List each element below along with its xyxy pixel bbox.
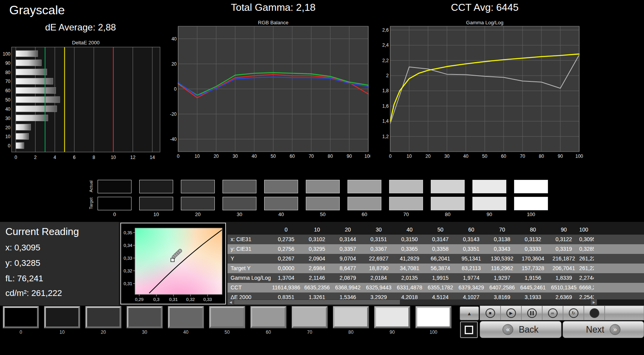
scroll-right-button[interactable]: ▶ — [591, 299, 597, 305]
next-button[interactable]: Next » — [563, 321, 644, 338]
table-cell: 2,0135 — [394, 273, 425, 283]
svg-text:1,2: 1,2 — [382, 134, 389, 139]
svg-text:1,4: 1,4 — [382, 118, 389, 124]
gray-patch-50[interactable] — [209, 306, 245, 328]
gray-patch-20[interactable] — [86, 306, 121, 328]
svg-text:40: 40 — [463, 154, 469, 159]
pause-button[interactable] — [521, 306, 542, 320]
table-cell: 157,7328 — [518, 264, 548, 273]
swatch-level-label: 100 — [514, 211, 548, 217]
table-cell: 0,3367 — [363, 244, 394, 254]
table-cell: 1,9774 — [456, 273, 487, 283]
gray-patch-80[interactable] — [333, 306, 369, 328]
actual-swatch-20 — [181, 180, 215, 193]
record-button[interactable] — [584, 306, 605, 320]
lower-panel: Current Reading x: 0,3095 y: 0,3285 fL: … — [0, 222, 644, 306]
table-row: Y0,22672,09049,070422,692741,282966,2041… — [228, 254, 644, 264]
svg-text:50: 50 — [482, 154, 487, 159]
table-cell — [594, 292, 644, 299]
svg-text:1,8: 1,8 — [382, 88, 389, 93]
table-cell: 8,6477 — [332, 264, 363, 273]
up-arrow-icon: ▲ — [467, 311, 472, 316]
swatch-level-label: 70 — [389, 211, 423, 217]
svg-text:90: 90 — [558, 154, 563, 159]
scroll-left-button[interactable]: ◀ — [228, 299, 234, 305]
svg-text:0: 0 — [389, 154, 392, 159]
gamma-log-chart: 01020304050607080901002,62,42,221,81,61,… — [379, 23, 585, 159]
refresh-button[interactable]: ↻ — [563, 306, 584, 320]
target-swatch-90 — [472, 197, 506, 210]
next-chevrons-icon: » — [610, 324, 620, 335]
table-cell: CCT — [228, 283, 271, 292]
table-row: Target Y0,00002,69848,647718,879034,7081… — [228, 264, 644, 273]
gray-patch-70[interactable] — [292, 306, 327, 328]
table-cell: 0,2756 — [271, 244, 302, 254]
svg-text:90: 90 — [347, 154, 352, 159]
table-hscrollbar[interactable]: ◀ ▶ — [228, 299, 597, 305]
table-cell: Y — [228, 254, 271, 264]
table-cell: 6331,4878 — [394, 283, 425, 292]
play-icon: ▶ — [506, 308, 516, 318]
gray-patch-10[interactable] — [44, 306, 80, 328]
gray-patch-90[interactable] — [374, 306, 410, 328]
swatch-level-label: 50 — [306, 211, 340, 217]
table-cell: 216,1872 — [548, 254, 579, 264]
svg-text:80: 80 — [328, 154, 333, 159]
reading-y: y: 0,3285 — [5, 258, 40, 268]
scroll-right-icon: ▶ — [593, 301, 595, 304]
svg-text:1,6: 1,6 — [382, 103, 389, 109]
gray-patch-30[interactable] — [127, 306, 162, 328]
target-row-label: Target — [89, 195, 93, 212]
swatch-level-label: 40 — [264, 211, 298, 217]
gray-patch-60[interactable] — [251, 306, 286, 328]
svg-text:60: 60 — [501, 154, 506, 159]
stop-button[interactable]: ■ — [480, 306, 501, 320]
gray-patch-40[interactable] — [168, 306, 204, 328]
patch-label: 30 — [127, 330, 162, 335]
target-swatch-60 — [347, 197, 381, 210]
play-button[interactable]: ▶ — [501, 306, 521, 320]
gray-patch-100[interactable] — [416, 306, 451, 328]
svg-text:0: 0 — [15, 155, 17, 160]
target-swatch-40 — [264, 197, 298, 210]
table-row: CCT11614,93866635,23566368,99426325,9443… — [228, 283, 644, 292]
scroll-left-icon: ◀ — [229, 301, 232, 304]
table-cell: 0,3351 — [456, 244, 487, 254]
loop-button[interactable]: ∞ — [542, 306, 563, 320]
pattern-up-button[interactable]: ▲ — [460, 306, 479, 320]
svg-text:70: 70 — [5, 79, 11, 84]
table-cell: 80 — [518, 225, 548, 235]
actual-swatch-40 — [264, 180, 298, 193]
table-cell: 60 — [456, 225, 487, 235]
table-cell: 0,3357 — [332, 244, 363, 254]
cie-plot: 0,350,340,330,320,310,290,30,310,320,33 — [121, 223, 225, 304]
gray-patch-0[interactable] — [3, 306, 39, 328]
table-cell — [594, 244, 644, 254]
patch-label: 10 — [44, 330, 80, 335]
target-swatch-50 — [306, 197, 340, 210]
swatch-level-label: 30 — [223, 211, 256, 217]
table-cell: Gamma Log/Log — [228, 273, 271, 283]
refresh-icon: ↻ — [569, 308, 578, 318]
table-cell: 0,3358 — [425, 244, 456, 254]
blank-pattern-button[interactable] — [460, 321, 478, 338]
svg-text:20: 20 — [5, 125, 11, 130]
actual-swatch-100 — [514, 180, 548, 193]
table-cell: 4,1027 — [456, 292, 487, 299]
table-cell: 22,6927 — [363, 254, 394, 264]
swatch-level-label: 80 — [431, 211, 465, 217]
table-cell: 1,3704 — [271, 273, 302, 283]
target-swatch-100 — [514, 197, 548, 210]
table-cell: 4,5124 — [425, 292, 456, 299]
table-cell: 3,2929 — [363, 292, 394, 299]
table-cell: 0,3150 — [394, 235, 425, 244]
back-button[interactable]: « Back — [480, 321, 561, 338]
actual-swatch-30 — [223, 180, 256, 193]
table-cell: 0,3319 — [548, 244, 579, 254]
table-cell: 0,3295 — [302, 244, 332, 254]
svg-text:40: 40 — [172, 36, 177, 42]
table-cell: 9,0704 — [332, 254, 363, 264]
scrollbar-thumb[interactable] — [234, 300, 400, 304]
table-cell: 0,8351 — [271, 292, 302, 299]
svg-text:12: 12 — [130, 155, 136, 160]
